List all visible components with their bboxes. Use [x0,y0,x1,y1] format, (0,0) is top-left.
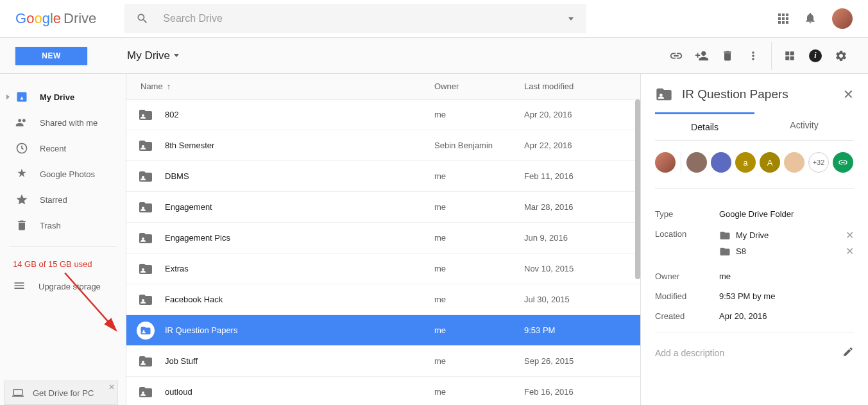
avatar-more[interactable]: +32 [808,152,829,173]
sidebar-item-label: Recent [40,144,66,153]
avatar[interactable] [784,152,804,173]
link-sharing-icon[interactable] [833,152,853,173]
description-placeholder: Add a description [655,348,724,358]
file-owner: me [434,202,524,212]
remove-location-icon[interactable]: ✕ [846,245,854,257]
search-box[interactable] [124,4,586,33]
breadcrumb[interactable]: My Drive [127,49,179,62]
table-row[interactable]: EngagementmeMar 28, 2016 [126,192,640,223]
svg-point-3 [142,145,144,148]
folder-icon [655,85,673,103]
add-description[interactable]: Add a description [655,332,854,359]
folder-icon [126,322,165,340]
column-modified[interactable]: Last modified [524,82,640,91]
sidebar-item-trash[interactable]: Trash [0,212,126,238]
sidebar-item-shared[interactable]: Shared with me [0,110,126,135]
sidebar: My Drive Shared with me Recent Google Ph… [0,74,126,405]
sort-arrow-up-icon: ↑ [167,82,171,91]
column-owner[interactable]: Owner [434,82,524,91]
table-row[interactable]: 8th SemesterSebin BenjaminApr 22, 2016 [126,130,640,161]
file-modified: Nov 10, 2015 [524,264,640,273]
file-owner: me [434,171,524,181]
file-modified: Mar 28, 2016 [524,202,640,212]
table-row[interactable]: Engagement PicsmeJun 9, 2016 [126,223,640,254]
file-list: Name↑ Owner Last modified 802meApr 20, 2… [126,74,640,405]
search-icon [136,12,149,25]
table-row[interactable]: IR Question Papersme9:53 PM [126,315,640,346]
file-modified: Jun 9, 2016 [524,233,640,243]
file-name: 8th Semester [165,141,434,150]
info-icon[interactable]: i [803,43,828,69]
avatar[interactable] [686,152,707,173]
avatar[interactable]: a [735,152,756,173]
meta-type-value: Google Drive Folder [719,209,854,219]
sidebar-item-my-drive[interactable]: My Drive [0,84,126,110]
tab-activity[interactable]: Activity [754,112,854,140]
more-icon[interactable] [740,43,766,69]
svg-point-2 [142,114,144,117]
shared-avatars[interactable]: a A +32 [655,152,854,189]
file-owner: me [434,264,524,273]
sidebar-item-starred[interactable]: Starred [0,187,126,212]
location-item[interactable]: My Drive✕ [719,229,854,241]
table-row[interactable]: Job StuffmeSep 26, 2015 [126,346,640,377]
meta-created-value: Apr 20, 2016 [719,311,854,321]
table-row[interactable]: DBMSmeFeb 11, 2016 [126,161,640,192]
toolbar: NEW My Drive i [0,38,868,74]
expand-triangle-icon[interactable] [6,94,10,99]
folder-icon [126,261,165,277]
get-drive-promo[interactable]: Get Drive for PC ✕ [4,381,118,405]
view-grid-icon[interactable] [777,43,803,69]
pencil-icon[interactable] [842,346,854,359]
sidebar-item-photos[interactable]: Google Photos [0,161,126,187]
search-options-caret[interactable] [568,17,574,21]
logo[interactable]: Google Drive [15,10,96,27]
folder-icon [126,107,165,123]
upgrade-storage[interactable]: Upgrade storage [0,274,126,299]
file-modified: Apr 20, 2016 [524,110,640,119]
close-icon[interactable]: ✕ [843,87,854,102]
folder-icon [126,292,165,307]
avatar[interactable]: A [760,152,780,173]
location-item[interactable]: S8✕ [719,245,854,257]
table-row[interactable]: ExtrasmeNov 10, 2015 [126,254,640,284]
file-owner: me [434,387,524,397]
remove-location-icon[interactable]: ✕ [846,229,854,241]
svg-point-7 [142,268,144,271]
trash-icon[interactable] [715,43,740,69]
file-modified: Feb 16, 2016 [524,387,640,397]
scrollbar[interactable] [635,99,640,279]
sidebar-item-recent[interactable]: Recent [0,135,126,161]
svg-point-12 [660,94,663,97]
svg-point-10 [142,361,144,363]
table-row[interactable]: Facebook HackmeJul 30, 2015 [126,284,640,315]
search-input[interactable] [163,13,575,24]
file-name: DBMS [165,171,434,181]
folder-icon [126,138,165,153]
details-panel: IR Question Papers ✕ Details Activity a … [640,74,868,405]
apps-icon[interactable] [778,13,788,24]
link-icon[interactable] [663,43,689,69]
column-name[interactable]: Name↑ [126,82,434,91]
file-modified: Jul 30, 2015 [524,295,640,304]
svg-point-11 [142,392,144,394]
file-owner: me [434,356,524,366]
folder-icon [126,384,165,400]
account-avatar[interactable] [832,8,853,29]
file-modified: 9:53 PM [524,325,640,335]
file-name: outloud [165,387,434,397]
avatar[interactable] [655,152,676,173]
table-row[interactable]: 802meApr 20, 2016 [126,99,640,130]
table-row[interactable]: outloudmeFeb 16, 2016 [126,377,640,405]
tab-details[interactable]: Details [655,112,754,140]
share-add-person-icon[interactable] [689,43,715,69]
new-button[interactable]: NEW [15,47,87,65]
settings-gear-icon[interactable] [828,43,854,69]
close-icon[interactable]: ✕ [108,383,115,392]
svg-point-6 [142,237,144,240]
avatar[interactable] [711,152,731,173]
file-name: 802 [165,110,434,119]
logo-product: Drive [64,10,96,27]
notifications-icon[interactable] [804,12,817,26]
storage-used-text: 14 GB of 15 GB used [0,254,126,274]
